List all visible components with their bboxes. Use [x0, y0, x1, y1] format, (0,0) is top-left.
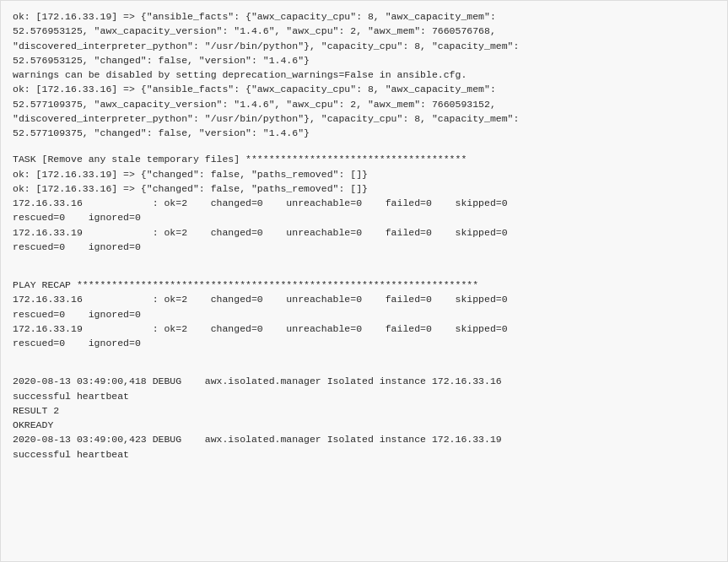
log-line: 172.16.33.16 : ok=2 changed=0 unreachabl… — [13, 196, 715, 210]
log-line: ok: [172.16.33.19] => {"changed": false,… — [13, 167, 715, 181]
log-line: ok: [172.16.33.16] => {"changed": false,… — [13, 181, 715, 196]
log-line: PLAY RECAP *****************************… — [13, 278, 715, 292]
log-line — [13, 254, 715, 266]
log-line: ok: [172.16.33.16] => {"ansible_facts": … — [13, 82, 715, 96]
log-line — [13, 362, 715, 374]
log-line: 172.16.33.19 : ok=2 changed=0 unreachabl… — [13, 225, 715, 240]
log-line: TASK [Remove any stale temporary files] … — [13, 152, 715, 166]
log-line — [13, 350, 715, 362]
log-line: rescued=0 ignored=0 — [13, 336, 715, 350]
log-line: 52.576953125, "awx_capacity_version": "1… — [13, 24, 715, 38]
log-line: 172.16.33.16 : ok=2 changed=0 unreachabl… — [13, 292, 715, 306]
log-line: rescued=0 ignored=0 — [13, 307, 715, 322]
log-line: rescued=0 ignored=0 — [13, 210, 715, 224]
log-line — [13, 140, 715, 152]
log-line: OKREADY — [13, 418, 715, 432]
terminal-output: ok: [172.16.33.19] => {"ansible_facts": … — [0, 0, 728, 562]
log-line: "discovered_interpreter_python": "/usr/b… — [13, 111, 715, 126]
log-line: successful heartbeat — [13, 447, 715, 462]
log-line: successful heartbeat — [13, 389, 715, 403]
log-line — [13, 266, 715, 278]
log-line: 52.577109375, "awx_capacity_version": "1… — [13, 97, 715, 111]
log-line: 2020-08-13 03:49:00,423 DEBUG awx.isolat… — [13, 432, 715, 446]
log-line: 52.576953125, "changed": false, "version… — [13, 53, 715, 68]
log-line: warnings can be disabled by setting depr… — [13, 68, 715, 82]
log-line: "discovered_interpreter_python": "/usr/b… — [13, 39, 715, 53]
log-line: RESULT 2 — [13, 403, 715, 418]
log-line: rescued=0 ignored=0 — [13, 240, 715, 254]
log-line: ok: [172.16.33.19] => {"ansible_facts": … — [13, 9, 715, 24]
log-line: 172.16.33.19 : ok=2 changed=0 unreachabl… — [13, 322, 715, 336]
log-line: 2020-08-13 03:49:00,418 DEBUG awx.isolat… — [13, 374, 715, 388]
log-line: 52.577109375, "changed": false, "version… — [13, 126, 715, 140]
